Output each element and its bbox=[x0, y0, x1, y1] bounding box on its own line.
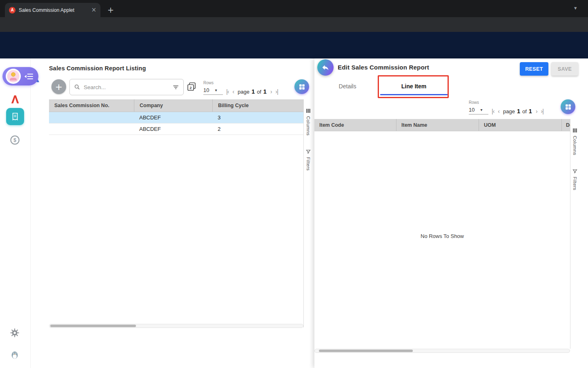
columns-label: Columns bbox=[572, 136, 577, 155]
sidebar-item-applet-store[interactable] bbox=[10, 94, 20, 106]
app-sidebar: $ bbox=[0, 58, 31, 368]
columns-panel-button[interactable]: Columns bbox=[572, 128, 577, 155]
duplicate-pages-icon[interactable]: 2 bbox=[187, 82, 196, 92]
sidebar-penguin-button[interactable] bbox=[9, 348, 21, 362]
page-indicator: page 1 of 1 bbox=[503, 108, 532, 114]
columns-icon bbox=[572, 128, 577, 133]
filters-funnel-icon bbox=[306, 149, 311, 154]
rows-label: Rows bbox=[469, 100, 479, 105]
browser-toolbar: ← → ↻ akaun.cloud/#/applet/tnt/wavelet/e… bbox=[0, 17, 588, 32]
filters-panel-button[interactable]: Filters bbox=[306, 149, 311, 171]
col-header-item-name[interactable]: Item Name bbox=[396, 119, 479, 131]
tab-close-icon[interactable]: × bbox=[91, 7, 96, 13]
horizontal-scrollbar-thumb[interactable] bbox=[319, 350, 413, 352]
col-header-uom[interactable]: UOM bbox=[479, 119, 561, 131]
add-record-button[interactable]: + bbox=[51, 79, 66, 94]
rows-value: 10 bbox=[469, 107, 474, 113]
page-indicator: page 1 of 1 bbox=[238, 88, 267, 95]
rows-per-page-select[interactable]: 10 ▾ bbox=[469, 105, 488, 114]
rows-label: Rows bbox=[203, 81, 214, 85]
gear-icon bbox=[9, 328, 20, 338]
col-header-billing-cycle[interactable]: Billing Cycle bbox=[212, 99, 303, 112]
browser-tab[interactable]: A Sales Commission Applet × bbox=[5, 3, 100, 17]
next-page-button[interactable]: › bbox=[270, 88, 272, 95]
first-page-button[interactable]: |‹ bbox=[492, 108, 494, 114]
col-header-truncated[interactable]: De bbox=[561, 119, 570, 131]
col-header-sales-commission-no[interactable]: Sales Commission No. bbox=[49, 99, 134, 112]
cell-sales-commission-no bbox=[49, 123, 134, 135]
of-word: of bbox=[257, 89, 261, 95]
horizontal-scrollbar-track bbox=[49, 324, 303, 328]
save-button[interactable]: SAVE bbox=[551, 62, 578, 76]
new-tab-button[interactable]: + bbox=[105, 4, 116, 15]
receipt-icon bbox=[11, 112, 20, 121]
cell-sales-commission-no bbox=[49, 112, 134, 123]
screen: A Sales Commission Applet × + ▾ ← → ↻ ak… bbox=[0, 0, 588, 368]
search-input[interactable]: Search... bbox=[69, 79, 184, 95]
filters-label: Filters bbox=[572, 177, 577, 190]
rows-per-page-select[interactable]: 10 ▾ bbox=[203, 86, 223, 95]
grid-icon bbox=[298, 83, 305, 90]
listing-panel: Sales Commission Report Listing + Search… bbox=[49, 58, 312, 330]
listing-pagination: |‹ ‹ page 1 of 1 › ›| bbox=[226, 87, 278, 96]
sidebar-settings-button[interactable] bbox=[9, 328, 20, 340]
caret-down-icon: ▾ bbox=[480, 108, 482, 112]
cell-billing-cycle: 3 bbox=[212, 112, 303, 123]
search-placeholder: Search... bbox=[84, 84, 169, 90]
favicon-letter: A bbox=[11, 8, 13, 12]
next-page-button[interactable]: › bbox=[536, 108, 537, 114]
cell-billing-cycle: 2 bbox=[212, 123, 303, 135]
first-page-button[interactable]: |‹ bbox=[226, 88, 229, 95]
table-row[interactable]: ABCDEF 3 bbox=[49, 112, 303, 123]
red-a-icon bbox=[10, 94, 20, 105]
grid-view-toggle-button[interactable] bbox=[294, 79, 309, 94]
grid-side-toolbar: Columns Filters bbox=[303, 99, 312, 328]
sidebar-item-report-listing[interactable] bbox=[6, 108, 24, 125]
dollar-circle-icon: $ bbox=[9, 135, 20, 146]
tab-favicon: A bbox=[9, 7, 16, 13]
grid-icon bbox=[565, 103, 572, 110]
last-page-button[interactable]: ›| bbox=[541, 108, 543, 114]
grid-view-toggle-button[interactable] bbox=[561, 99, 575, 114]
penguin-small-icon bbox=[9, 348, 21, 361]
filters-panel-button[interactable]: Filters bbox=[572, 169, 577, 190]
browser-tabstrip: A Sales Commission Applet × + ▾ bbox=[0, 0, 588, 17]
sidebar-active-applet[interactable] bbox=[2, 67, 38, 85]
search-icon bbox=[74, 84, 80, 90]
cell-company: ABCDEF bbox=[134, 112, 212, 123]
rows-value: 10 bbox=[203, 87, 209, 93]
horizontal-scrollbar-thumb[interactable] bbox=[50, 325, 136, 327]
col-header-company[interactable]: Company bbox=[134, 99, 212, 112]
col-header-item-code[interactable]: Item Code bbox=[314, 119, 396, 131]
page-total: 1 bbox=[529, 108, 532, 114]
edit-panel-title: Edit Sales Commission Report bbox=[338, 64, 429, 71]
columns-panel-button[interactable]: Columns bbox=[306, 108, 311, 135]
tab-line-item[interactable]: Line Item bbox=[380, 78, 448, 94]
filters-label: Filters bbox=[306, 157, 311, 171]
columns-label: Columns bbox=[306, 116, 311, 135]
expand-menu-icon bbox=[24, 73, 33, 80]
caret-down-icon: ▾ bbox=[215, 88, 217, 92]
tab-details[interactable]: Details bbox=[323, 78, 372, 94]
page-word: page bbox=[238, 89, 249, 95]
last-page-button[interactable]: ›| bbox=[276, 88, 278, 95]
back-arrow-icon bbox=[321, 63, 330, 72]
prev-page-button[interactable]: ‹ bbox=[498, 108, 499, 114]
filters-funnel-icon bbox=[572, 169, 577, 174]
tab-search-chevron-icon[interactable]: ▾ bbox=[574, 5, 577, 11]
table-row[interactable]: ABCDEF 2 bbox=[49, 123, 303, 135]
commission-hand-coin-icon bbox=[7, 70, 20, 83]
horizontal-scrollbar-track bbox=[314, 349, 570, 353]
prev-page-button[interactable]: ‹ bbox=[232, 88, 234, 95]
back-button[interactable] bbox=[317, 59, 334, 76]
listing-table-header: Sales Commission No. Company Billing Cyc… bbox=[49, 99, 303, 112]
line-item-pagination: |‹ ‹ page 1 of 1 › ›| bbox=[492, 107, 543, 116]
reset-button[interactable]: RESET bbox=[520, 62, 548, 76]
page-current: 1 bbox=[252, 88, 255, 95]
applet-avatar bbox=[6, 69, 21, 84]
page-current: 1 bbox=[517, 108, 520, 114]
app-header: akaun bbox=[0, 32, 588, 58]
filter-list-icon[interactable] bbox=[172, 84, 179, 91]
edit-panel: Edit Sales Commission Report RESET SAVE … bbox=[314, 58, 588, 368]
sidebar-item-finance[interactable]: $ bbox=[9, 135, 20, 147]
